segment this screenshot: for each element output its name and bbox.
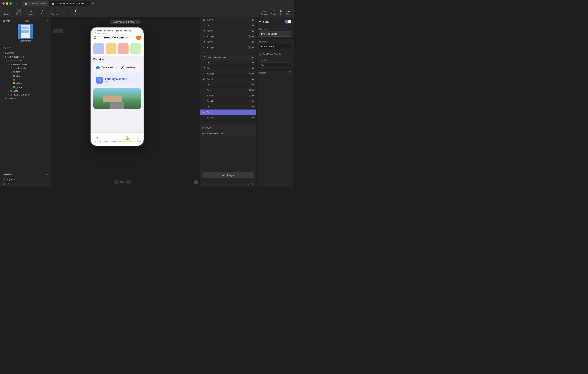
cloud-button[interactable]: ☁ Cloud — [286, 9, 291, 15]
action-speak-1[interactable]: 🔊 Speak — [200, 17, 256, 23]
add-tab-button[interactable]: + — [90, 1, 95, 6]
live-camera-tile[interactable]: Live — [93, 88, 141, 109]
action-listen-3[interactable]: 🎤 Listen — [200, 65, 256, 71]
action-scale-3[interactable]: ↔ Scale — [200, 115, 256, 120]
maximize-button[interactable] — [10, 2, 12, 5]
action-speak-2[interactable]: 🔊 Speak — [200, 76, 256, 82]
media-button[interactable]: ⬛ Media — [15, 8, 22, 16]
crosshair-icon[interactable]: ⊕ — [251, 182, 254, 185]
action-send[interactable]: ✈ Send — [200, 109, 256, 115]
media-icon: ⬛ — [17, 9, 21, 13]
action-assign-3[interactable]: fx Assign ✕ — [200, 71, 256, 76]
home-icon[interactable]: ⌂ — [14, 1, 20, 6]
nav-devices-label: Devices — [103, 140, 109, 142]
nav-automations[interactable]: ✦ Automations — [111, 136, 121, 142]
action-assign-2[interactable]: fx Assign ✕ — [200, 45, 256, 50]
action-text-3[interactable]: T Text T — [200, 82, 256, 87]
align-right-icon[interactable]: →← — [213, 182, 219, 185]
layer-red[interactable]: red — [0, 78, 51, 82]
action-text-1[interactable]: T Text T — [200, 23, 256, 28]
scenes-sort-icon[interactable]: ≡ — [46, 19, 48, 22]
nav-notifications[interactable]: 🔔 Notifications — [123, 136, 132, 142]
fav-broadcast[interactable]: 👥 Broadcast — [93, 63, 116, 72]
scene-item[interactable]: Google home — [3, 24, 48, 42]
play-icon[interactable]: ▷ — [248, 182, 250, 185]
fav-assistant[interactable]: 🎤 Assistant — [118, 63, 141, 72]
channel-input[interactable]: ProtoPie Studio ▾ — [259, 31, 291, 37]
tab-close-button[interactable]: ✕ — [85, 2, 87, 5]
close-button[interactable] — [2, 2, 5, 5]
shape-button[interactable]: ● Shape — [27, 9, 35, 16]
add-action-above[interactable]: + — [200, 50, 256, 54]
preview-button[interactable]: ▭ Preview — [261, 9, 268, 15]
import-button[interactable]: ↓ Import — [3, 9, 10, 16]
layer-yellow[interactable]: yellow — [0, 82, 51, 85]
action-scale-1[interactable]: ↔ Scale — [200, 87, 256, 93]
text-button[interactable]: T Text — [40, 9, 45, 16]
action-label: Scale — [207, 116, 251, 119]
tab-laundry-phone[interactable]: 🥧 * Laundry machine – Phone ✕ — [49, 1, 90, 6]
zoom-out-button[interactable]: − — [115, 180, 119, 184]
nav-favorites[interactable]: ♥ Favorites — [94, 136, 101, 142]
action-listen-1[interactable]: 🎤 Listen — [200, 28, 256, 34]
layer-label-item[interactable]: ▶ ⊞ label — [0, 89, 51, 93]
help-button[interactable]: ? — [194, 180, 198, 184]
canvas-area[interactable]: Galaxy S20 360 × 800 ▾ ← → It will keep … — [51, 17, 200, 187]
add-trigger-button[interactable]: Add Trigger — [202, 172, 254, 178]
broadcast-icon: 👥 — [96, 65, 100, 69]
fx-icon: fx — [202, 35, 206, 38]
action-assign-1[interactable]: fx Assign ✕ — [200, 34, 256, 39]
forward-button[interactable]: → — [58, 29, 63, 33]
laundry-tile[interactable]: 🫧 Laundry Machine On — [93, 74, 141, 86]
message-input[interactable]: start laundry — [259, 44, 291, 49]
start-delay-input[interactable]: 4.9 — [259, 63, 291, 67]
run-button[interactable]: ▶ Run — [280, 9, 283, 15]
voice-command-label: Voice Command "Yes" — [206, 56, 227, 59]
variable-state[interactable]: x state — [3, 181, 48, 185]
repeat-checkbox[interactable] — [289, 71, 291, 74]
nav-arrows: ← → — [53, 29, 63, 33]
device-button[interactable]: 📱 Device — [271, 9, 277, 15]
nav-settings[interactable]: ⚙ Settings — [134, 136, 141, 142]
minimize-button[interactable] — [6, 2, 8, 5]
tab-laundry-machine[interactable]: 🔒 Laundry machine — [22, 1, 49, 6]
layer-moving-container[interactable]: ▶ ⊞ moving container — [0, 93, 51, 97]
action-dot — [252, 67, 254, 69]
action-text-2[interactable]: T Text T — [200, 60, 256, 65]
component-button[interactable]: ⚡ Component — [70, 8, 82, 16]
collapse-icon[interactable]: ▼ — [252, 56, 254, 59]
scene-thumbnail[interactable] — [18, 24, 33, 39]
layout-section[interactable]: ▶ Layout — [200, 125, 256, 130]
action-scale-2[interactable]: ↔ Scale — [200, 93, 256, 98]
device-selector[interactable]: Galaxy S20 360 × 800 ▾ — [110, 20, 141, 24]
back-button[interactable]: ← — [53, 29, 58, 33]
layer-blue[interactable]: blue — [0, 74, 51, 78]
add-scene-button[interactable]: + — [43, 19, 45, 22]
layer-sounds[interactable]: ▶ ⊞ sounds — [0, 97, 51, 100]
add-action-below[interactable]: + — [200, 120, 256, 125]
scenes-title: Scenes — [3, 20, 10, 22]
layer-assistant-tile[interactable]: ▼ ⊞ assistant tile — [0, 59, 51, 63]
layer-green[interactable]: green — [0, 85, 51, 89]
layer-voice-assistant[interactable]: ▼ ⊞ voice assistant — [0, 63, 51, 66]
expand-icon: ▼ — [5, 60, 7, 62]
action-scroll[interactable]: ↕ Scroll — [200, 98, 256, 104]
send-value-checkbox[interactable] — [259, 53, 262, 55]
variable-progress[interactable]: x progress — [3, 178, 48, 181]
nav-devices[interactable]: ⊞ Devices — [103, 136, 109, 142]
container-button[interactable]: ⊞ Container — [50, 8, 60, 16]
action-listen-2[interactable]: 🎤 Listen — [200, 39, 256, 45]
send-toggle[interactable] — [284, 20, 291, 23]
action-text-4[interactable]: T Text T — [200, 104, 256, 109]
layer-favorites[interactable]: T Favorites — [0, 51, 51, 55]
align-center-icon[interactable]: ↔ — [209, 182, 212, 185]
laundry-progress-section[interactable]: ▶ Laundry Progress — [200, 130, 256, 136]
layer-assistant-label[interactable]: T assistant label — [0, 66, 51, 70]
layer-broadcast-tile[interactable]: ▶ ⊞ broadcast tile — [0, 55, 51, 59]
zoom-in-button[interactable]: + — [126, 180, 131, 184]
align-left-icon[interactable]: ←→ — [202, 182, 208, 185]
layer-dots[interactable]: ▼ ⊞ dots — [0, 70, 51, 74]
add-variable-button[interactable]: + — [46, 173, 48, 176]
voice-command-header[interactable]: 🎤 Voice Command "Yes" ▼ — [200, 54, 256, 60]
container-layer-icon: ⊞ — [10, 94, 12, 96]
